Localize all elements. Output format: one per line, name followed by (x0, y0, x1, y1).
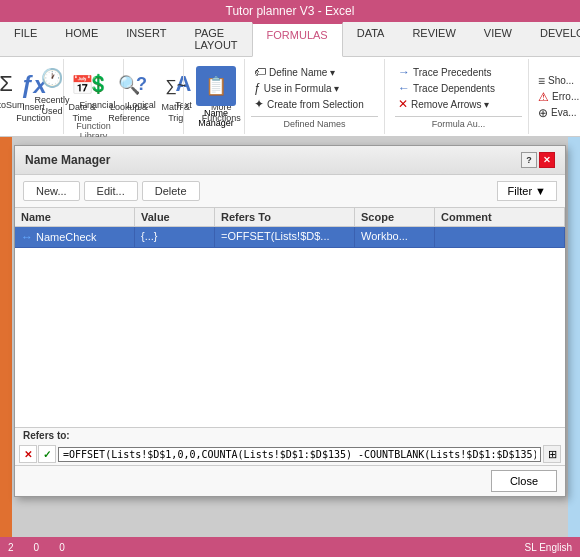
tab-page-layout[interactable]: PAGE LAYOUT (180, 22, 251, 56)
create-from-selection-icon: ✦ (254, 97, 264, 111)
error-checking-icon: ⚠ (538, 90, 549, 104)
cell-name: ↔ NameCheck (15, 227, 135, 248)
name-manager-button[interactable]: 📋 NameManager (188, 59, 245, 134)
title-bar: Tutor planner V3 - Excel (0, 0, 580, 22)
dialog-title-controls: ? ✕ (521, 152, 555, 168)
name-indicator-icon: ↔ (21, 230, 33, 244)
trace-dependents-button[interactable]: ← Trace Dependents (395, 80, 522, 96)
name-manager-icon: 📋 (196, 66, 236, 106)
define-name-button[interactable]: 🏷 Define Name ▾ (251, 64, 378, 80)
confirm-edit-button[interactable]: ✓ (38, 445, 56, 463)
ribbon-group-formula-auditing: → Trace Precedents ← Trace Dependents ✕ … (389, 59, 529, 134)
cell-value: {...} (135, 227, 215, 248)
lookup-reference-button[interactable]: 🔍 Lookup &Reference (105, 68, 153, 126)
table-row[interactable]: ↔ NameCheck {...} =OFFSET(Lists!$D$... W… (15, 227, 565, 248)
ribbon-content: ƒx InsertFunction Σ AutoSum 🕐 RecentlyUs… (0, 57, 580, 137)
table-header: Name Value Refers To Scope Comment (15, 208, 565, 227)
dialog-footer: Close (15, 465, 565, 496)
tab-developer[interactable]: DEVELOPER (526, 22, 580, 56)
right-sidebar (568, 137, 580, 557)
dialog-title-bar: Name Manager ? ✕ (15, 146, 565, 175)
col-header-scope: Scope (355, 208, 435, 226)
show-formulas-button[interactable]: ≡ Sho... (535, 73, 580, 89)
tab-review[interactable]: REVIEW (398, 22, 469, 56)
remove-arrows-icon: ✕ (398, 97, 408, 111)
evaluate-formula-button[interactable]: ⊕ Eva... (535, 105, 580, 121)
ribbon-group-defined-names: 🏷 Define Name ▾ ƒ Use in Formula ▾ ✦ Cre… (245, 59, 385, 134)
autosum-icon: Σ (0, 68, 22, 100)
names-table: Name Value Refers To Scope Comment ↔ Nam… (15, 208, 565, 427)
math-trig-icon: ∑~ (160, 70, 192, 102)
name-manager-dialog: Name Manager ? ✕ New... Edit... Delete F… (14, 145, 566, 497)
tab-insert[interactable]: INSERT (112, 22, 180, 56)
status-bar: 2 0 0 SL English (0, 537, 580, 557)
error-checking-button[interactable]: ⚠ Erro... (535, 89, 580, 105)
delete-button[interactable]: Delete (142, 181, 200, 201)
close-button[interactable]: Close (491, 470, 557, 492)
locale-label: SL English (525, 542, 572, 553)
cell-comment (435, 227, 565, 248)
trace-dependents-icon: ← (398, 81, 410, 95)
tab-home[interactable]: HOME (51, 22, 112, 56)
ribbon-group-formula-auditing2: ≡ Sho... ⚠ Erro... ⊕ Eva... (529, 59, 580, 134)
col-header-refers-to: Refers To (215, 208, 355, 226)
lookup-icon: 🔍 (113, 70, 145, 102)
refers-to-label: Refers to: (15, 428, 565, 443)
trace-precedents-icon: → (398, 65, 410, 79)
expand-refers-button[interactable]: ⊞ (543, 445, 561, 463)
dialog-title-text: Name Manager (25, 153, 110, 167)
cancel-edit-button[interactable]: ✕ (19, 445, 37, 463)
evaluate-formula-icon: ⊕ (538, 106, 548, 120)
remove-arrows-button[interactable]: ✕ Remove Arrows ▾ (395, 96, 522, 112)
remove-arrows-label: Remove Arrows ▾ (411, 99, 489, 110)
ribbon-group-more-functions: 📅 Date &Time 🔍 Lookup &Reference ∑~ Math… (124, 59, 184, 134)
defined-names-group-label: Defined Names (251, 116, 378, 129)
col-header-comment: Comment (435, 208, 565, 226)
app-title: Tutor planner V3 - Excel (226, 4, 355, 18)
refers-to-controls: ✕ ✓ (19, 445, 56, 463)
left-sidebar (0, 137, 12, 557)
dialog-help-button[interactable]: ? (521, 152, 537, 168)
show-formulas-icon: ≡ (538, 74, 545, 88)
define-name-icon: 🏷 (254, 65, 266, 79)
expand-icon: ⊞ (548, 448, 557, 461)
refers-to-input-row: ✕ ✓ ⊞ (15, 443, 565, 465)
trace-precedents-button[interactable]: → Trace Precedents (395, 64, 522, 80)
status-num-1: 2 (8, 542, 14, 553)
col-header-name: Name (15, 208, 135, 226)
date-time-icon: 📅 (66, 70, 98, 102)
use-in-formula-button[interactable]: ƒ Use in Formula ▾ (251, 80, 378, 96)
create-from-selection-label: Create from Selection (267, 99, 364, 110)
ribbon-tabs: FILE HOME INSERT PAGE LAYOUT FORMULAS DA… (0, 22, 580, 57)
use-in-formula-icon: ƒ (254, 81, 261, 95)
refers-to-input[interactable] (58, 447, 541, 462)
tab-formulas[interactable]: FORMULAS (252, 22, 343, 57)
col-header-value: Value (135, 208, 215, 226)
tab-file[interactable]: FILE (0, 22, 51, 56)
status-num-2: 0 (34, 542, 40, 553)
status-right: SL English (525, 542, 572, 553)
name-value: NameCheck (36, 231, 97, 243)
dialog-close-x-button[interactable]: ✕ (539, 152, 555, 168)
create-from-selection-button[interactable]: ✦ Create from Selection (251, 96, 378, 112)
refers-to-bar: Refers to: ✕ ✓ ⊞ (15, 427, 565, 465)
new-button[interactable]: New... (23, 181, 80, 201)
tab-data[interactable]: DATA (343, 22, 399, 56)
autosum-button[interactable]: Σ AutoSum (0, 66, 28, 113)
filter-button[interactable]: Filter ▼ (497, 181, 557, 201)
cell-scope: Workbo... (355, 227, 435, 248)
edit-button[interactable]: Edit... (84, 181, 138, 201)
date-time-button[interactable]: 📅 Date &Time (63, 68, 101, 126)
cell-refers-to: =OFFSET(Lists!$D$... (215, 227, 355, 248)
status-numbers: 2 0 0 (8, 542, 65, 553)
dialog-toolbar: New... Edit... Delete Filter ▼ (15, 175, 565, 208)
trace-dependents-label: Trace Dependents (413, 83, 495, 94)
tab-view[interactable]: VIEW (470, 22, 526, 56)
formula-auditing-group-label: Formula Au... (395, 116, 522, 129)
status-num-3: 0 (59, 542, 65, 553)
content-area: Name Manager ? ✕ New... Edit... Delete F… (0, 137, 580, 557)
name-manager-label: NameManager (198, 108, 234, 128)
trace-precedents-label: Trace Precedents (413, 67, 492, 78)
